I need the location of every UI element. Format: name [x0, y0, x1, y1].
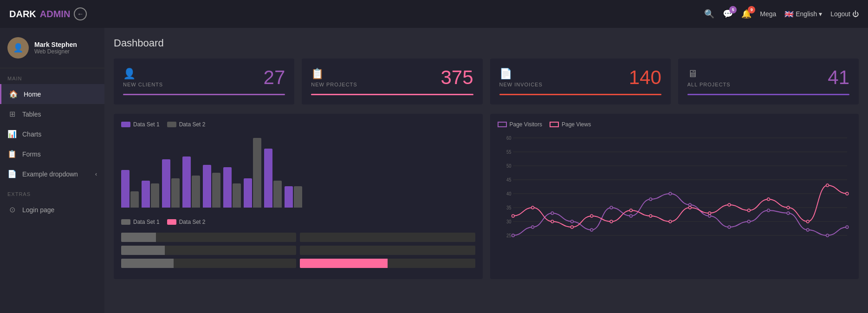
sidebar-item-tables[interactable]: ⊞ Tables — [0, 104, 104, 124]
bar-d1 — [121, 170, 130, 208]
hbar-track-1 — [121, 233, 296, 242]
sidebar-item-label: Charts — [22, 130, 41, 138]
topnav: DARKADMIN ← 🔍 💬 5 🔔 9 Mega 🇬🇧 English ▾ … — [0, 0, 868, 28]
sidebar-item-example-dropdown[interactable]: 📄 Example dropdown ‹ — [0, 164, 104, 184]
logo: DARKADMIN ← — [9, 7, 87, 20]
stat-card-top: 👤 NEW CLIENTS 27 — [123, 68, 285, 87]
language-selector[interactable]: 🇬🇧 English ▾ — [784, 10, 822, 19]
bar-d1 — [203, 165, 211, 208]
svg-point-29 — [767, 209, 770, 212]
stat-card-new-projects: 📋 NEW PROJECTS 375 — [302, 59, 482, 104]
logout-icon: ⏻ — [852, 10, 859, 18]
svg-point-36 — [551, 220, 554, 223]
svg-point-47 — [767, 198, 770, 201]
svg-point-45 — [728, 203, 731, 206]
bar-d2 — [253, 138, 261, 208]
forms-icon: 📋 — [7, 150, 17, 158]
hbar-track-2 — [300, 233, 475, 242]
search-button[interactable]: 🔍 — [704, 9, 714, 19]
chat-button[interactable]: 💬 5 — [723, 9, 733, 19]
bar-d2 — [212, 173, 220, 208]
legend-label-visitors: Page Visitors — [510, 121, 542, 128]
user-menu[interactable]: Mega — [760, 10, 776, 18]
svg-point-23 — [649, 198, 652, 201]
svg-point-48 — [787, 206, 790, 209]
chevron-icon: ‹ — [95, 171, 97, 177]
lang-chevron-icon: ▾ — [819, 10, 822, 18]
charts-icon: 📊 — [7, 130, 17, 138]
bar-d2 — [294, 186, 302, 208]
bar-d2 — [130, 191, 139, 208]
legend-box-views — [550, 122, 559, 127]
bar-group — [162, 159, 180, 208]
stat-card-new-clients: 👤 NEW CLIENTS 27 — [114, 59, 294, 104]
sidebar-item-label: Tables — [22, 111, 41, 118]
legend-box-1 — [121, 122, 130, 127]
back-icon[interactable]: ← — [74, 7, 87, 20]
svg-point-31 — [806, 228, 809, 231]
svg-text:60: 60 — [506, 136, 511, 141]
bar-group — [121, 170, 139, 208]
bar-d1 — [182, 156, 191, 208]
sidebar-item-forms[interactable]: 📋 Forms — [0, 144, 104, 164]
bar-group — [203, 165, 220, 208]
svg-text:30: 30 — [506, 219, 511, 224]
main-content: Dashboard 👤 NEW CLIENTS 27 📋 NEW PROJ — [104, 28, 868, 313]
notification-button[interactable]: 🔔 9 — [741, 9, 751, 19]
hbar-chart-area — [121, 233, 475, 268]
hbar-legend-box-2 — [167, 219, 176, 225]
svg-point-27 — [728, 226, 731, 228]
svg-point-39 — [610, 220, 613, 223]
projects-label: NEW PROJECTS — [311, 82, 357, 87]
svg-point-44 — [708, 212, 711, 215]
bar-d2 — [151, 183, 159, 208]
stat-card-new-invoices: 📄 NEW INVOICES 140 — [490, 59, 671, 104]
page-title: Dashboard — [114, 37, 859, 49]
svg-text:55: 55 — [506, 150, 511, 155]
sidebar-item-login[interactable]: ⊙ Login page — [0, 200, 104, 220]
sidebar: 👤 Mark Stephen Web Designer Main 🏠 Home … — [0, 28, 104, 313]
sidebar-item-label: Home — [24, 91, 41, 98]
svg-point-20 — [590, 228, 593, 231]
legend-box-2 — [167, 122, 176, 127]
line-chart-svg: 6055504540353025 — [498, 133, 852, 245]
legend-label-1: Data Set 1 — [133, 121, 160, 128]
logo-dark-text: DARK — [9, 9, 36, 20]
bar-d1 — [223, 167, 232, 208]
bar-group — [285, 186, 302, 208]
hbar-legend-ds1: Data Set 1 — [121, 219, 160, 225]
svg-point-43 — [688, 206, 691, 209]
invoices-value: 140 — [629, 68, 661, 87]
sidebar-item-charts[interactable]: 📊 Charts — [0, 124, 104, 144]
hbar-legend: Data Set 1 Data Set 2 — [121, 219, 475, 225]
sidebar-item-label: Login page — [22, 206, 54, 214]
clients-icon: 👤 — [123, 68, 163, 80]
sidebar-item-home[interactable]: 🏠 Home — [0, 84, 104, 104]
svg-point-40 — [629, 209, 632, 212]
invoices-bar — [499, 94, 661, 95]
hbar-fill-pink — [300, 259, 388, 268]
bar-group — [182, 156, 200, 208]
legend-views: Page Views — [550, 121, 591, 128]
bar-group — [142, 181, 159, 208]
hbar-track-1 — [121, 246, 296, 255]
svg-point-19 — [570, 220, 573, 223]
hbar-fill-gray — [121, 233, 156, 242]
bar-d1 — [244, 178, 252, 208]
logout-button[interactable]: Logout ⏻ — [830, 10, 859, 18]
legend-dataset1: Data Set 1 — [121, 121, 160, 128]
svg-point-21 — [610, 206, 613, 209]
svg-point-38 — [590, 215, 593, 217]
svg-text:50: 50 — [506, 163, 511, 169]
sidebar-item-label: Example dropdown — [22, 170, 78, 178]
svg-point-37 — [570, 226, 573, 228]
bar-d1 — [264, 149, 272, 208]
svg-point-18 — [551, 212, 554, 215]
section-label-extras: Extras — [0, 184, 104, 200]
stat-card-top: 🖥 ALL PROJECTS 41 — [687, 68, 849, 87]
svg-point-32 — [826, 234, 829, 237]
bar-chart-legend: Data Set 1 Data Set 2 — [121, 121, 475, 128]
stat-card-all-projects: 🖥 ALL PROJECTS 41 — [678, 59, 859, 104]
clients-label: NEW CLIENTS — [123, 82, 163, 87]
clients-bar — [123, 94, 285, 95]
